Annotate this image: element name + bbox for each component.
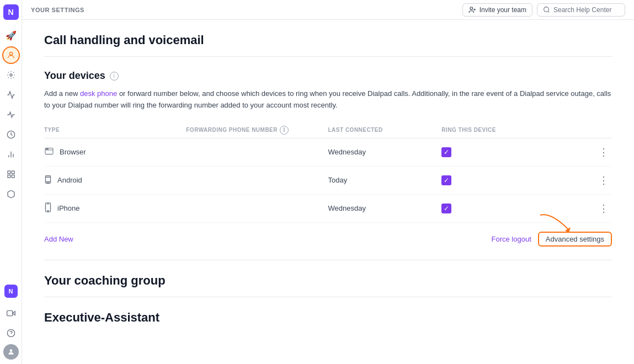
android-ring-checkbox[interactable]: ✓ xyxy=(441,175,451,185)
iphone-actions: ⋮ xyxy=(555,194,612,222)
sidebar-item-chart[interactable] xyxy=(2,146,20,163)
table-row: iPhone Wednesday ✓ ⋮ xyxy=(44,194,612,222)
col-type-header: TYPE xyxy=(44,122,186,138)
sidebar-item-video[interactable] xyxy=(2,304,20,322)
search-icon xyxy=(543,6,550,13)
forwarding-info-icon[interactable]: i xyxy=(280,126,289,135)
android-icon xyxy=(44,174,52,186)
executive-section: Executive-Assistant xyxy=(44,311,612,325)
add-new-link[interactable]: Add New xyxy=(44,235,73,243)
col-actions-header xyxy=(555,122,612,138)
svg-line-19 xyxy=(548,11,549,12)
browser-more-button[interactable]: ⋮ xyxy=(595,145,612,159)
iphone-icon xyxy=(44,202,52,215)
sidebar-item-user[interactable] xyxy=(2,46,20,64)
svg-point-18 xyxy=(544,7,549,12)
invite-team-label: Invite your team xyxy=(480,6,526,14)
device-type-iphone: iPhone xyxy=(44,194,186,222)
android-last-connected: Today xyxy=(328,166,442,194)
sidebar-item-rocket[interactable]: 🚀 xyxy=(2,26,20,44)
browser-forwarding xyxy=(186,138,328,166)
app-logo[interactable]: N xyxy=(3,4,19,20)
android-forwarding xyxy=(186,166,328,194)
iphone-ring: ✓ xyxy=(441,194,555,222)
main-section-title: Call handling and voicemail xyxy=(44,33,612,47)
svg-point-0 xyxy=(9,52,12,55)
svg-point-27 xyxy=(47,183,48,183)
page-title: YOUR SETTINGS xyxy=(31,7,462,13)
svg-point-30 xyxy=(47,210,49,211)
devices-title: Your devices xyxy=(44,70,105,82)
svg-point-14 xyxy=(9,349,12,352)
col-ring-header: RING THIS DEVICE xyxy=(441,122,555,138)
devices-description: Add a new desk phone or forward number b… xyxy=(44,88,612,111)
main-divider xyxy=(44,56,612,57)
browser-last-connected: Wednesday xyxy=(328,138,442,166)
browser-icon xyxy=(44,147,54,157)
devices-header: Your devices i xyxy=(44,70,612,82)
content-area: Call handling and voicemail Your devices… xyxy=(22,20,634,364)
device-type-android: Android xyxy=(44,166,186,194)
sidebar-item-analytics[interactable] xyxy=(2,86,20,104)
coaching-divider xyxy=(44,297,612,297)
iphone-forwarding xyxy=(186,194,328,222)
devices-info-icon[interactable]: i xyxy=(110,72,119,81)
iphone-ring-checkbox[interactable]: ✓ xyxy=(441,204,451,213)
svg-marker-10 xyxy=(12,312,15,315)
topbar: YOUR SETTINGS Invite your team Search He… xyxy=(22,0,634,20)
browser-ring: ✓ xyxy=(441,138,555,166)
desc-before: Add a new xyxy=(44,89,80,98)
svg-rect-11 xyxy=(7,311,12,315)
sidebar-item-grid[interactable] xyxy=(2,165,20,183)
main-content: YOUR SETTINGS Invite your team Search He… xyxy=(22,0,634,364)
android-ring: ✓ xyxy=(441,166,555,194)
sidebar: N 🚀 xyxy=(0,0,22,364)
devices-table: TYPE FORWARDING PHONE NUMBER i LAST CONN… xyxy=(44,122,612,223)
table-row: Android Today ✓ ⋮ xyxy=(44,166,612,194)
invite-icon xyxy=(468,6,476,14)
devices-divider xyxy=(44,260,612,260)
android-more-button[interactable]: ⋮ xyxy=(595,173,612,188)
browser-actions: ⋮ xyxy=(555,138,612,166)
desc-after: or forward number below, and choose whic… xyxy=(44,89,611,109)
svg-point-22 xyxy=(46,148,47,149)
sidebar-item-box[interactable] xyxy=(2,185,20,203)
devices-section: Your devices i Add a new desk phone or f… xyxy=(44,70,612,251)
browser-ring-checkbox[interactable]: ✓ xyxy=(441,147,451,157)
table-row: Browser Wednesday ✓ ⋮ xyxy=(44,138,612,166)
executive-title: Executive-Assistant xyxy=(44,311,612,325)
sidebar-item-pulse[interactable] xyxy=(2,106,20,124)
svg-rect-8 xyxy=(8,175,10,178)
topbar-actions: Invite your team Search Help Center xyxy=(462,3,625,17)
iphone-more-button[interactable]: ⋮ xyxy=(595,201,612,216)
svg-point-23 xyxy=(47,148,48,149)
force-logout-link[interactable]: Force logout xyxy=(492,235,531,243)
svg-rect-7 xyxy=(12,171,14,174)
invite-team-button[interactable]: Invite your team xyxy=(462,3,532,17)
android-actions: ⋮ xyxy=(555,166,612,194)
iphone-last-connected: Wednesday xyxy=(328,194,442,222)
svg-rect-6 xyxy=(8,171,10,174)
advanced-settings-button[interactable]: Advanced settings xyxy=(538,232,612,247)
coaching-section: Your coaching group xyxy=(44,274,612,288)
svg-point-1 xyxy=(10,74,12,76)
col-forwarding-header: FORWARDING PHONE NUMBER i xyxy=(186,122,328,138)
sidebar-item-history[interactable] xyxy=(2,126,20,143)
footer-right: Force logout Advanced settings xyxy=(492,232,612,247)
svg-point-15 xyxy=(470,7,473,9)
svg-rect-9 xyxy=(12,175,14,178)
device-type-browser: Browser xyxy=(44,138,186,166)
sidebar-item-help[interactable] xyxy=(2,324,20,342)
search-help-label: Search Help Center xyxy=(553,6,611,14)
coaching-title: Your coaching group xyxy=(44,274,612,288)
col-last-header: LAST CONNECTED xyxy=(328,122,442,138)
desk-phone-link[interactable]: desk phone xyxy=(80,89,117,98)
user-avatar[interactable] xyxy=(3,344,19,360)
table-footer: Add New Force logout Advanced settings xyxy=(44,223,612,251)
search-help-button[interactable]: Search Help Center xyxy=(537,3,625,17)
sidebar-logo-small[interactable]: N xyxy=(4,285,18,298)
sidebar-item-settings[interactable] xyxy=(2,66,20,84)
